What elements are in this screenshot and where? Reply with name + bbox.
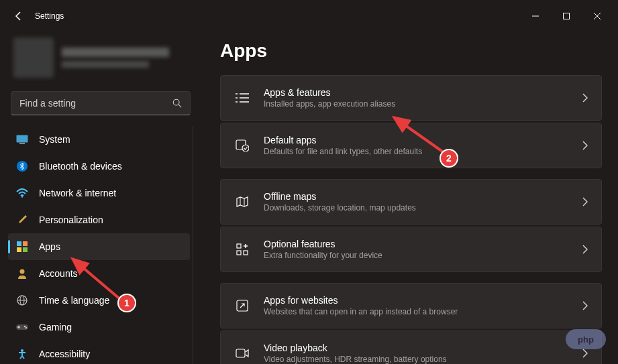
card-title: Apps & features xyxy=(264,87,569,98)
chevron-right-icon xyxy=(582,93,588,103)
main-content: Apps Apps & featuresInstalled apps, app … xyxy=(201,32,618,364)
sidebar-item-accessibility[interactable]: Accessibility xyxy=(8,341,190,364)
chevron-right-icon xyxy=(582,197,588,206)
nav-label: Apps xyxy=(39,241,60,252)
svg-rect-36 xyxy=(244,251,248,255)
svg-point-9 xyxy=(21,196,23,197)
back-button[interactable] xyxy=(5,3,32,29)
chevron-right-icon xyxy=(582,141,588,150)
card-title: Video playback xyxy=(264,343,569,353)
sidebar-item-bluetooth[interactable]: Bluetooth & devices xyxy=(8,153,190,180)
svg-rect-11 xyxy=(23,241,28,246)
sidebar-item-accounts[interactable]: Accounts xyxy=(8,260,190,287)
search-input[interactable] xyxy=(19,98,172,109)
sidebar-item-personalization[interactable]: Personalization xyxy=(8,206,190,233)
card-sub: Installed apps, app execution aliases xyxy=(264,99,569,109)
watermark: php xyxy=(566,329,606,349)
sidebar-item-apps[interactable]: Apps xyxy=(8,233,190,260)
card-offline-maps[interactable]: Offline mapsDownloads, storage location,… xyxy=(220,179,602,225)
person-icon xyxy=(16,267,28,280)
open-app-icon xyxy=(234,300,250,312)
avatar xyxy=(13,38,54,78)
search-icon xyxy=(172,99,182,108)
search-box[interactable] xyxy=(11,91,191,115)
card-apps-for-websites[interactable]: Apps for websitesWebsites that can open … xyxy=(220,283,602,328)
nav-list: System Bluetooth & devices Network & int… xyxy=(8,126,193,364)
nav-label: Time & language xyxy=(39,295,109,306)
svg-rect-6 xyxy=(17,135,28,143)
video-icon xyxy=(234,349,250,358)
svg-rect-35 xyxy=(237,251,241,255)
svg-line-5 xyxy=(178,105,181,107)
card-apps-features[interactable]: Apps & featuresInstalled apps, app execu… xyxy=(220,75,602,121)
nav-label: Personalization xyxy=(39,215,103,225)
page-title: Apps xyxy=(220,40,602,62)
nav-label: Network & internet xyxy=(39,188,116,198)
svg-point-19 xyxy=(24,326,25,327)
nav-label: Accessibility xyxy=(39,349,90,359)
sidebar: System Bluetooth & devices Network & int… xyxy=(0,32,201,364)
card-video-playback[interactable]: Video playbackVideo adjustments, HDR str… xyxy=(220,330,602,364)
card-optional-features[interactable]: Optional featuresExtra functionality for… xyxy=(220,227,602,272)
list-icon xyxy=(234,92,250,104)
gamepad-icon xyxy=(16,321,28,333)
svg-rect-1 xyxy=(564,13,570,19)
card-sub: Extra functionality for your device xyxy=(264,251,569,260)
window-title: Settings xyxy=(35,11,64,21)
accessibility-icon xyxy=(16,348,28,360)
sidebar-item-network[interactable]: Network & internet xyxy=(8,180,190,206)
card-title: Optional features xyxy=(264,239,569,249)
card-sub: Websites that can open in an app instead… xyxy=(264,307,569,316)
nav-label: Gaming xyxy=(39,322,72,332)
bluetooth-icon xyxy=(16,160,28,172)
map-icon xyxy=(234,196,250,208)
globe-icon xyxy=(16,294,28,306)
card-sub: Downloads, storage location, map updates xyxy=(264,203,569,213)
nav-label: Bluetooth & devices xyxy=(39,161,122,172)
chevron-right-icon xyxy=(582,349,588,358)
svg-point-31 xyxy=(242,145,249,151)
maximize-button[interactable] xyxy=(551,5,582,27)
brush-icon xyxy=(16,214,28,226)
svg-point-23 xyxy=(21,349,23,352)
card-title: Apps for websites xyxy=(264,295,569,306)
chevron-right-icon xyxy=(582,245,588,254)
svg-point-20 xyxy=(25,327,27,328)
system-icon xyxy=(16,133,28,145)
chevron-right-icon xyxy=(582,301,588,310)
profile[interactable] xyxy=(8,32,193,88)
svg-point-4 xyxy=(173,99,179,105)
card-sub: Defaults for file and link types, other … xyxy=(264,147,569,156)
sidebar-item-time-language[interactable]: Time & language xyxy=(8,287,190,314)
svg-rect-10 xyxy=(17,241,21,246)
profile-text xyxy=(62,48,188,68)
svg-rect-34 xyxy=(237,244,241,248)
nav-label: System xyxy=(39,134,70,145)
svg-point-14 xyxy=(20,269,25,274)
default-icon xyxy=(234,139,250,151)
plus-grid-icon xyxy=(234,243,250,255)
minimize-button[interactable] xyxy=(520,5,551,27)
svg-rect-12 xyxy=(17,247,21,252)
svg-rect-7 xyxy=(19,143,25,144)
apps-icon xyxy=(16,241,28,253)
svg-rect-13 xyxy=(23,247,28,252)
wifi-icon xyxy=(16,187,28,199)
card-title: Default apps xyxy=(264,135,569,145)
card-sub: Video adjustments, HDR streaming, batter… xyxy=(264,355,569,364)
card-default-apps[interactable]: Default appsDefaults for file and link t… xyxy=(220,123,602,168)
card-title: Offline maps xyxy=(264,191,569,202)
close-button[interactable] xyxy=(582,5,613,27)
sidebar-item-gaming[interactable]: Gaming xyxy=(8,314,190,341)
svg-rect-40 xyxy=(236,349,245,357)
sidebar-item-system[interactable]: System xyxy=(8,126,190,153)
nav-label: Accounts xyxy=(39,268,78,279)
